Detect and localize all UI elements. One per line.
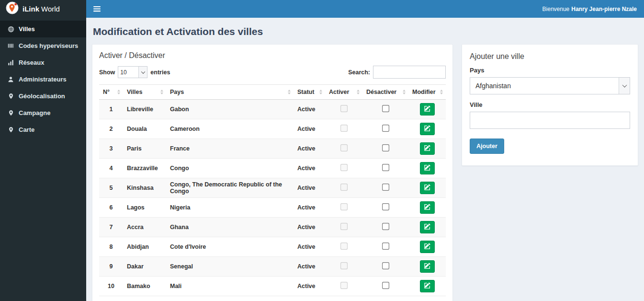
column-header-d-sactiver[interactable]: Désactiver [362,85,408,100]
column-header-villes[interactable]: Villes [123,85,166,100]
desactiver-checkbox[interactable] [382,164,389,171]
ville-cell: Paris [123,139,166,159]
activer-checkbox[interactable] [340,125,348,132]
statut-cell: Active [294,237,325,257]
desactiver-checkbox[interactable] [382,125,389,132]
ville-cell: Brazzaville [123,159,166,178]
pays-cell: Cameroon [166,119,294,139]
activer-checkbox[interactable] [340,144,348,151]
table-row: 7AccraGhanaActive [99,218,446,237]
search-input[interactable] [373,66,446,79]
page-length-select[interactable]: 10 [118,66,147,78]
activer-checkbox[interactable] [340,203,348,210]
ville-cell: Lagos [123,198,166,218]
sidebar-menu: VillesCodes hyperviseursRéseauxAdministr… [0,21,86,138]
edit-icon [424,243,430,251]
sidebar-item-codes-hyperviseurs[interactable]: Codes hyperviseurs [0,37,86,54]
edit-icon [424,125,430,133]
modifier-button[interactable] [420,280,435,292]
add-city-card: Ajouter une ville Pays Afghanistan Ville… [462,44,638,166]
column-header-pays[interactable]: Pays [166,85,294,100]
row-number-cell: 6 [99,198,123,218]
ville-cell: Abidjan [123,237,166,257]
bar-chart-icon [7,59,14,66]
ville-input[interactable] [470,112,630,129]
brand-text: iLinkWorld [23,5,60,13]
activer-checkbox[interactable] [340,105,348,112]
app-logo-icon [6,1,19,16]
brand[interactable]: iLinkWorld [0,0,86,18]
column-header-statut[interactable]: Statut [294,85,325,100]
column-header-n[interactable]: N° [99,85,123,100]
row-number-cell: 1 [99,100,123,119]
modifier-button[interactable] [420,260,435,273]
statut-cell: Active [294,277,325,296]
sidebar: VillesCodes hyperviseursRéseauxAdministr… [0,18,86,301]
desactiver-checkbox[interactable] [382,223,389,230]
sidebar-item-label: Villes [19,25,35,33]
desactiver-checkbox[interactable] [382,243,389,250]
search-label: Search: [348,69,370,76]
column-header-modifier[interactable]: Modifier [408,85,446,100]
sidebar-item-villes[interactable]: Villes [0,21,86,37]
column-label: Modifier [412,89,436,95]
edit-icon [424,282,430,290]
sidebar-item-campagne[interactable]: Campagne [0,104,86,121]
sort-icon [117,90,120,94]
modifier-button[interactable] [420,162,435,174]
pays-cell: Gabon [166,100,294,119]
modifier-button[interactable] [420,221,435,233]
row-number-cell: 5 [99,178,123,198]
modifier-button[interactable] [420,123,435,135]
sort-icon [319,90,322,94]
sort-icon [403,90,406,94]
modifier-button[interactable] [420,142,435,155]
activer-checkbox[interactable] [340,243,348,250]
sidebar-item-carte[interactable]: Carte [0,121,86,138]
map-marker-icon [7,127,14,133]
sidebar-toggle-icon[interactable] [93,6,101,12]
sidebar-item-label: Carte [19,126,34,133]
row-number-cell: 3 [99,139,123,159]
desactiver-checkbox[interactable] [382,203,389,210]
statut-cell: Active [294,198,325,218]
activer-checkbox[interactable] [340,184,348,191]
modifier-button[interactable] [420,241,435,253]
modifier-button[interactable] [420,182,435,194]
sidebar-item-administrateurs[interactable]: Administrateurs [0,71,86,88]
edit-icon [424,263,430,270]
column-header-activer[interactable]: Activer [325,85,362,100]
pays-cell: Congo [166,159,294,178]
activer-checkbox[interactable] [340,262,348,269]
activer-checkbox[interactable] [340,282,348,289]
desactiver-checkbox[interactable] [382,282,389,289]
activer-checkbox[interactable] [340,164,348,171]
desactiver-checkbox[interactable] [382,184,389,191]
page-title: Modification et Activation des villes [93,26,638,37]
desactiver-checkbox[interactable] [382,262,389,269]
pays-select[interactable]: Afghanistan [470,77,630,94]
table-row: 6LagosNigeriaActive [99,198,446,218]
sidebar-item-r-seaux[interactable]: Réseaux [0,54,86,71]
desactiver-checkbox[interactable] [382,144,389,151]
table-row: 4BrazzavilleCongoActive [99,159,446,178]
row-number-cell: 8 [99,237,123,257]
statut-cell: Active [294,218,325,237]
desactiver-checkbox[interactable] [382,105,389,112]
activer-checkbox[interactable] [340,223,348,230]
sidebar-item-label: Administrateurs [19,76,67,83]
sort-icon [288,90,291,94]
sort-icon [160,90,163,94]
ajouter-button[interactable]: Ajouter [470,139,504,154]
globe-icon [7,26,14,33]
modifier-button[interactable] [420,103,435,116]
ville-cell: Douala [123,119,166,139]
statut-cell: Active [294,100,325,119]
edit-icon [424,223,430,231]
modifier-button[interactable] [420,201,435,214]
sidebar-item-g-olocalisation[interactable]: Géolocalisation [0,88,86,104]
welcome-text[interactable]: BienvenueHanry Jean-pierre Nzale [542,6,637,12]
statut-cell: Active [294,119,325,139]
add-card-title: Ajouter une ville [470,52,630,61]
map-marker-icon [7,93,14,99]
